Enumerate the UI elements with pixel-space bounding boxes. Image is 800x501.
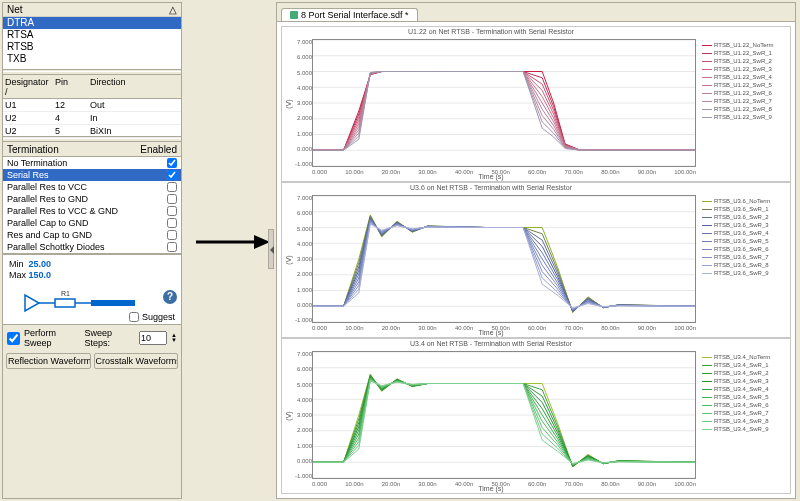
svg-rect-2 xyxy=(55,299,75,307)
col-pin[interactable]: Pin xyxy=(53,76,88,98)
legend-item[interactable]: RTSB_U3.4_NoTerm xyxy=(702,353,788,361)
schematic-preview: Min 25.00 Max 150.0 R1 ? Suggest xyxy=(3,254,181,324)
min-max-display: Min 25.00 Max 150.0 xyxy=(9,259,51,281)
legend-item[interactable]: RTSB_U1.22_SwR_5 xyxy=(702,81,788,89)
net-list[interactable]: DTRARTSARTSBTXB xyxy=(3,17,181,69)
designator-headers: Designator / Pin Direction xyxy=(3,76,181,99)
termination-row[interactable]: Res and Cap to GND xyxy=(3,229,181,241)
legend-item[interactable]: RTSB_U3.4_SwR_2 xyxy=(702,369,788,377)
chart-plot[interactable] xyxy=(312,195,696,323)
chart-area: U1.22 on Net RTSB - Termination with Ser… xyxy=(277,21,795,498)
legend-item[interactable]: RTSB_U1.22_SwR_2 xyxy=(702,57,788,65)
chart-plot[interactable] xyxy=(312,39,696,167)
term-col-enabled[interactable]: Enabled xyxy=(140,144,177,155)
panel-splitter-1[interactable] xyxy=(3,71,181,75)
legend-item[interactable]: RTSB_U3.4_SwR_8 xyxy=(702,417,788,425)
chart-ylabel: (V) xyxy=(285,255,292,264)
legend-item[interactable]: RTSB_U3.6_SwR_8 xyxy=(702,261,788,269)
termination-row[interactable]: Serial Res xyxy=(3,169,181,181)
designator-row[interactable]: U24In xyxy=(3,112,181,125)
legend-item[interactable]: RTSB_U3.6_NoTerm xyxy=(702,197,788,205)
termination-checkbox[interactable] xyxy=(167,230,177,240)
termination-row[interactable]: Parallel Res to GND xyxy=(3,193,181,205)
termination-checkbox[interactable] xyxy=(167,194,177,204)
net-row[interactable]: DTRA xyxy=(3,17,181,29)
termination-row[interactable]: Parallel Res to VCC & GND xyxy=(3,205,181,217)
arrow-annotation xyxy=(196,232,270,252)
net-row[interactable]: RTSB xyxy=(3,41,181,53)
designator-table: Designator / Pin Direction U112OutU24InU… xyxy=(3,76,181,136)
spinner-icon[interactable]: ▲▼ xyxy=(171,333,177,343)
legend-item[interactable]: RTSB_U3.4_SwR_3 xyxy=(702,377,788,385)
termination-checkbox[interactable] xyxy=(167,182,177,192)
tab-label: 8 Port Serial Interface.sdf * xyxy=(301,10,409,20)
chart: U1.22 on Net RTSB - Termination with Ser… xyxy=(281,26,791,182)
legend-item[interactable]: RTSB_U3.4_SwR_1 xyxy=(702,361,788,369)
legend-item[interactable]: RTSB_U3.6_SwR_2 xyxy=(702,213,788,221)
legend-item[interactable]: RTSB_U3.4_SwR_5 xyxy=(702,393,788,401)
help-icon[interactable]: ? xyxy=(163,290,177,304)
sweep-steps-input[interactable] xyxy=(139,331,167,345)
legend-item[interactable]: RTSB_U1.22_SwR_6 xyxy=(702,89,788,97)
legend-item[interactable]: RTSB_U1.22_SwR_4 xyxy=(702,73,788,81)
legend-item[interactable]: RTSB_U3.6_SwR_9 xyxy=(702,269,788,277)
legend-item[interactable]: RTSB_U3.6_SwR_5 xyxy=(702,237,788,245)
crosstalk-waveforms-button[interactable]: Crosstalk Waveforms... xyxy=(94,353,179,369)
termination-header: Termination Enabled xyxy=(3,143,181,157)
designator-row[interactable]: U112Out xyxy=(3,99,181,112)
legend-item[interactable]: RTSB_U3.4_SwR_6 xyxy=(702,401,788,409)
legend-item[interactable]: RTSB_U3.4_SwR_7 xyxy=(702,409,788,417)
net-row[interactable]: TXB xyxy=(3,53,181,65)
legend-item[interactable]: RTSB_U1.22_SwR_8 xyxy=(702,105,788,113)
termination-section: Termination Enabled No TerminationSerial… xyxy=(3,143,181,254)
col-direction[interactable]: Direction xyxy=(88,76,181,98)
legend-item[interactable]: RTSB_U3.6_SwR_6 xyxy=(702,245,788,253)
document-icon xyxy=(290,11,298,19)
term-col-name[interactable]: Termination xyxy=(7,144,59,155)
chart-plot[interactable] xyxy=(312,351,696,479)
legend-item[interactable]: RTSB_U3.6_SwR_1 xyxy=(702,205,788,213)
config-panel: Net △ DTRARTSARTSBTXB Designator / Pin D… xyxy=(2,2,182,499)
termination-checkbox[interactable] xyxy=(167,170,177,180)
resistor-ref: R1 xyxy=(61,291,70,297)
legend-item[interactable]: RTSB_U1.22_SwR_3 xyxy=(702,65,788,73)
suggest-checkbox[interactable] xyxy=(129,312,139,322)
chart: U3.6 on Net RTSB - Termination with Seri… xyxy=(281,182,791,338)
termination-row[interactable]: Parallel Cap to GND xyxy=(3,217,181,229)
legend-item[interactable]: RTSB_U3.4_SwR_4 xyxy=(702,385,788,393)
legend-item[interactable]: RTSB_U1.22_SwR_7 xyxy=(702,97,788,105)
legend-item[interactable]: RTSB_U1.22_NoTerm xyxy=(702,41,788,49)
chart-legend: RTSB_U3.6_NoTermRTSB_U3.6_SwR_1RTSB_U3.6… xyxy=(700,183,790,337)
termination-checkbox[interactable] xyxy=(167,242,177,252)
termination-row[interactable]: No Termination xyxy=(3,157,181,169)
legend-item[interactable]: RTSB_U3.4_SwR_9 xyxy=(702,425,788,433)
suggest-label: Suggest xyxy=(142,312,175,322)
chart-title: U3.4 on Net RTSB - Termination with Seri… xyxy=(282,340,700,347)
designator-row[interactable]: U25BiXIn xyxy=(3,125,181,138)
legend-item[interactable]: RTSB_U1.22_SwR_1 xyxy=(702,49,788,57)
net-row[interactable]: RTSA xyxy=(3,29,181,41)
termination-row[interactable]: Parallel Res to VCC xyxy=(3,181,181,193)
reflection-waveforms-button[interactable]: Reflection Waveforms... xyxy=(6,353,91,369)
svg-marker-0 xyxy=(25,295,39,311)
col-designator[interactable]: Designator / xyxy=(3,76,53,98)
termination-checkbox[interactable] xyxy=(167,218,177,228)
chart-title: U1.22 on Net RTSB - Termination with Ser… xyxy=(282,28,700,35)
legend-item[interactable]: RTSB_U1.22_SwR_9 xyxy=(702,113,788,121)
suggest-row: Suggest xyxy=(129,312,175,322)
waveform-panel: 8 Port Serial Interface.sdf * U1.22 on N… xyxy=(276,2,796,499)
legend-item[interactable]: RTSB_U3.6_SwR_3 xyxy=(702,221,788,229)
termination-row[interactable]: Parallel Schottky Diodes xyxy=(3,241,181,253)
chart-legend: RTSB_U1.22_NoTermRTSB_U1.22_SwR_1RTSB_U1… xyxy=(700,27,790,181)
legend-item[interactable]: RTSB_U3.6_SwR_4 xyxy=(702,229,788,237)
termination-checkbox[interactable] xyxy=(167,206,177,216)
pane-divider-handle[interactable] xyxy=(268,229,274,269)
svg-rect-4 xyxy=(91,300,135,306)
tab-waveform-file[interactable]: 8 Port Serial Interface.sdf * xyxy=(281,8,418,21)
action-buttons: Reflection Waveforms... Crosstalk Wavefo… xyxy=(3,351,181,371)
perform-sweep-checkbox[interactable] xyxy=(7,332,20,345)
panel-splitter-2[interactable] xyxy=(3,138,181,142)
termination-checkbox[interactable] xyxy=(167,158,177,168)
legend-item[interactable]: RTSB_U3.6_SwR_7 xyxy=(702,253,788,261)
chart-ylabel: (V) xyxy=(285,411,292,420)
